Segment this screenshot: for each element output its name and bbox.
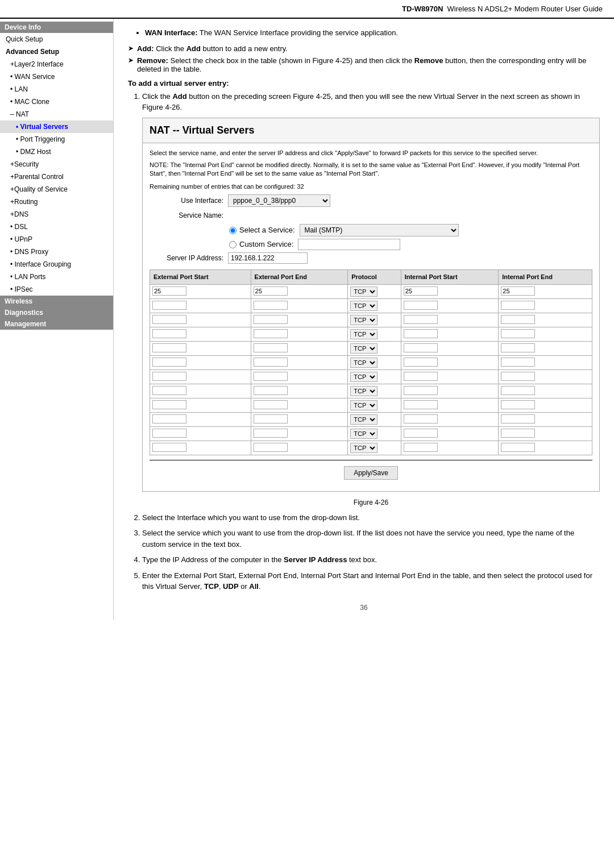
ext-end-input[interactable] <box>254 443 288 452</box>
sidebar-item-layer2-interface[interactable]: +Layer2 Interface <box>0 58 113 70</box>
custom-service-input[interactable] <box>298 239 400 250</box>
protocol-select[interactable]: TCPUDPAll <box>350 400 377 410</box>
sidebar-item-device-info[interactable]: Device Info <box>0 22 113 33</box>
ext-end-input[interactable] <box>254 386 288 395</box>
protocol-select[interactable]: TCPUDPAll <box>350 286 377 297</box>
ext-start-input[interactable] <box>152 286 186 296</box>
protocol-select[interactable]: TCPUDPAll <box>350 386 377 396</box>
int-start-input[interactable] <box>404 414 438 423</box>
ext-end-input[interactable] <box>254 400 288 409</box>
int-start-input[interactable] <box>404 443 438 452</box>
service-select[interactable]: Mail (SMTP) <box>300 224 459 236</box>
sidebar-item-lan-ports[interactable]: • LAN Ports <box>0 271 113 283</box>
service-name-label-row: Service Name: <box>150 210 592 221</box>
int-start-input[interactable] <box>404 286 438 296</box>
custom-service-radio[interactable] <box>229 241 237 248</box>
int-start-input[interactable] <box>404 372 438 381</box>
int-start-input[interactable] <box>404 429 438 438</box>
int-end-input[interactable] <box>501 443 535 452</box>
sidebar-item-dmz-host[interactable]: • DMZ Host <box>0 146 113 158</box>
int-end-input[interactable] <box>501 286 535 296</box>
ext-end-input[interactable] <box>254 414 288 423</box>
int-end-input[interactable] <box>501 386 535 395</box>
protocol-select[interactable]: TCPUDPAll <box>350 301 377 311</box>
ext-start-input[interactable] <box>152 414 186 423</box>
ext-end-input[interactable] <box>254 358 288 367</box>
sidebar-item-management[interactable]: Management <box>0 318 113 330</box>
protocol-select[interactable]: TCPUDPAll <box>350 372 377 382</box>
sidebar-item-security[interactable]: +Security <box>0 158 113 171</box>
nat-table-wrapper: External Port Start External Port End Pr… <box>150 269 592 455</box>
sidebar-item-wan-service[interactable]: • WAN Service <box>0 70 113 83</box>
sidebar-item-diagnostics[interactable]: Diagnostics <box>0 307 113 318</box>
ext-start-input[interactable] <box>152 329 186 338</box>
select-service-radio[interactable] <box>229 227 237 234</box>
int-end-input[interactable] <box>501 301 535 310</box>
protocol-select[interactable]: TCPUDPAll <box>350 358 377 368</box>
sidebar-item-routing[interactable]: +Routing <box>0 196 113 208</box>
add-text: Add: Click the Add button to add a new e… <box>137 44 288 53</box>
ext-start-input[interactable] <box>152 343 186 352</box>
page-footer: 36 <box>128 604 600 612</box>
ext-end-input[interactable] <box>254 286 288 296</box>
int-end-input[interactable] <box>501 315 535 324</box>
int-start-input[interactable] <box>404 358 438 367</box>
ext-start-input[interactable] <box>152 301 186 310</box>
sidebar-item-virtual-servers[interactable]: • Virtual Servers <box>0 121 113 133</box>
int-end-input[interactable] <box>501 358 535 367</box>
int-start-input[interactable] <box>404 400 438 409</box>
sidebar-item-advanced-setup[interactable]: Advanced Setup <box>0 45 113 58</box>
int-end-input[interactable] <box>501 429 535 438</box>
ext-start-input[interactable] <box>152 315 186 324</box>
ext-end-input[interactable] <box>254 329 288 338</box>
sidebar-item-quick-setup[interactable]: Quick Setup <box>0 33 113 45</box>
sidebar-item-ipsec[interactable]: • IPSec <box>0 283 113 296</box>
protocol-select[interactable]: TCPUDPAll <box>350 329 377 339</box>
sidebar-item-dns-proxy[interactable]: • DNS Proxy <box>0 246 113 258</box>
sidebar-item-dsl[interactable]: • DSL <box>0 221 113 233</box>
ext-end-input[interactable] <box>254 315 288 324</box>
sidebar-item-lan[interactable]: • LAN <box>0 83 113 95</box>
sidebar-item-nat[interactable]: – NAT <box>0 108 113 121</box>
int-end-input[interactable] <box>501 400 535 409</box>
protocol-select[interactable]: TCPUDPAll <box>350 343 377 354</box>
table-row: TCPUDPAll <box>150 369 592 384</box>
int-start-input[interactable] <box>404 329 438 338</box>
service-name-section: Service Name: Select a Service: Mail (SM… <box>150 210 592 250</box>
ext-start-input[interactable] <box>152 400 186 409</box>
sidebar-item-parental-control[interactable]: +Parental Control <box>0 171 113 183</box>
server-ip-input[interactable] <box>228 252 308 264</box>
ext-start-input[interactable] <box>152 372 186 381</box>
protocol-select[interactable]: TCPUDPAll <box>350 443 377 453</box>
ext-start-input[interactable] <box>152 443 186 452</box>
int-end-input[interactable] <box>501 329 535 338</box>
int-start-input[interactable] <box>404 301 438 310</box>
protocol-select[interactable]: TCPUDPAll <box>350 429 377 439</box>
int-start-input[interactable] <box>404 315 438 324</box>
int-start-input[interactable] <box>404 386 438 395</box>
ext-start-input[interactable] <box>152 429 186 438</box>
ext-end-input[interactable] <box>254 301 288 310</box>
sidebar-item-quality-of-service[interactable]: +Quality of Service <box>0 183 113 196</box>
sidebar-item-interface-grouping[interactable]: • Interface Grouping <box>0 258 113 271</box>
int-end-input[interactable] <box>501 414 535 423</box>
use-interface-select[interactable]: pppoe_0_0_38/ppp0 <box>228 194 330 207</box>
protocol-select[interactable]: TCPUDPAll <box>350 315 377 325</box>
ext-start-input[interactable] <box>152 386 186 395</box>
int-end-input[interactable] <box>501 343 535 352</box>
int-start-input[interactable] <box>404 343 438 352</box>
apply-save-button[interactable]: Apply/Save <box>344 466 398 480</box>
int-end-input[interactable] <box>501 372 535 381</box>
sidebar-item-upnp[interactable]: • UPnP <box>0 233 113 246</box>
nat-note: NOTE: The "Internal Port End" cannot be … <box>150 161 592 178</box>
sidebar-item-dns[interactable]: +DNS <box>0 208 113 221</box>
use-interface-control[interactable]: pppoe_0_0_38/ppp0 <box>228 194 330 207</box>
protocol-select[interactable]: TCPUDPAll <box>350 414 377 425</box>
ext-end-input[interactable] <box>254 372 288 381</box>
sidebar-item-wireless[interactable]: Wireless <box>0 296 113 307</box>
sidebar-item-mac-clone[interactable]: • MAC Clone <box>0 95 113 108</box>
ext-start-input[interactable] <box>152 358 186 367</box>
ext-end-input[interactable] <box>254 429 288 438</box>
ext-end-input[interactable] <box>254 343 288 352</box>
sidebar-item-port-triggering[interactable]: • Port Triggering <box>0 133 113 146</box>
